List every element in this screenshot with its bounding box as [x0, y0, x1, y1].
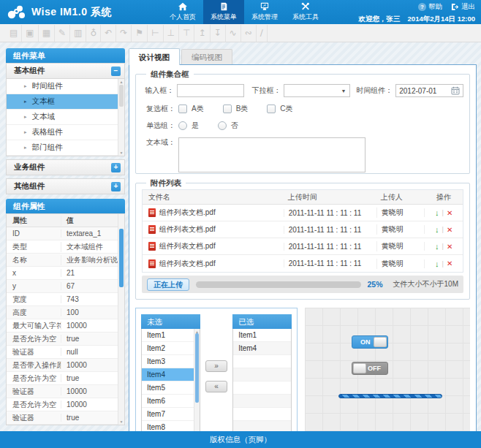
move-left-button[interactable]: « [205, 381, 227, 392]
delete-icon[interactable]: ✕ [447, 209, 452, 217]
checkbox-icon[interactable] [178, 105, 187, 113]
redo-icon[interactable]: ↷ [116, 25, 132, 42]
prop-row[interactable]: 验证器null [7, 346, 124, 359]
menu-item-textbox[interactable]: ▸ 文本框 [7, 94, 124, 110]
accordion-other-components[interactable]: 其他组件 + [6, 178, 125, 194]
props-scrollbar[interactable]: ▼ [118, 214, 124, 425]
draw-line-icon[interactable]: ∕ [257, 25, 268, 42]
publish-icon[interactable]: ♁ [86, 25, 101, 42]
list-item[interactable]: Item1 [233, 329, 291, 342]
menu-item-time-component[interactable]: ▸ 时间组件 [7, 79, 124, 94]
list-item[interactable]: Item4 [233, 342, 291, 355]
list-item[interactable]: Item2 [142, 342, 200, 355]
file-download-icon[interactable]: ↧ [211, 25, 226, 42]
delete-icon[interactable]: ✕ [447, 259, 452, 267]
scrollbar-thumb[interactable] [119, 85, 124, 107]
menu-scrollbar[interactable]: ▲ ▼ [118, 79, 124, 156]
list-item[interactable]: Item3 [142, 355, 200, 368]
calendar-icon[interactable] [451, 86, 460, 95]
prop-row[interactable]: 是否允许为空true [7, 372, 124, 385]
nav-item-home[interactable]: 个人首页 [162, 0, 203, 24]
delete-icon[interactable]: ✕ [447, 226, 452, 234]
list-item[interactable]: Item6 [142, 395, 200, 408]
checkbox-icon[interactable] [267, 105, 276, 113]
attachment-filename[interactable]: 组件列表文档.pdf [159, 259, 216, 269]
prop-row[interactable]: 是否允许为空true [7, 333, 124, 346]
scroll-down-icon[interactable]: ▼ [118, 151, 124, 155]
scroll-up-icon[interactable]: ▲ [118, 80, 124, 84]
delete-icon[interactable]: ▥ [70, 25, 86, 42]
scrollbar-thumb[interactable] [119, 229, 124, 287]
download-icon[interactable]: ↓ [435, 225, 439, 234]
flag-icon[interactable]: ⚑ [132, 25, 148, 42]
toggle-switch-on[interactable]: ON [352, 335, 388, 349]
align-bottom-icon[interactable]: ⊥ [164, 25, 179, 42]
prop-row[interactable]: 是否带入操作原因10000 [7, 359, 124, 372]
list-item[interactable]: Item1 [142, 329, 200, 342]
prop-row[interactable]: 类型文本域组件 [7, 240, 124, 254]
nav-item-system-tools[interactable]: 系统工具 [285, 0, 326, 24]
scroll-down-icon[interactable]: ▼ [118, 419, 124, 424]
download-icon[interactable]: ↓ [435, 242, 439, 251]
align-top-icon[interactable]: ⊤ [179, 25, 194, 42]
prop-row[interactable]: 最大可输入字符数10000 [7, 319, 124, 333]
logout-button[interactable]: 退出 [451, 2, 475, 12]
list-item-selected[interactable]: Item4 [142, 368, 200, 381]
uploading-button[interactable]: 正在上传 [147, 278, 189, 291]
toggle-switch-off[interactable]: OFF [352, 362, 388, 375]
menu-item-department-component[interactable]: ▸ 部门组件 [7, 140, 124, 156]
attachment-filename[interactable]: 组件列表文档.pdf [159, 241, 216, 251]
open-folder-icon[interactable]: ▣ [22, 25, 38, 42]
prop-row[interactable]: 验证器10000 [7, 385, 124, 398]
download-icon[interactable]: ↓ [435, 259, 439, 268]
edit-icon[interactable]: ✎ [55, 25, 70, 42]
textarea-field[interactable] [178, 137, 366, 172]
radio-icon[interactable] [178, 121, 187, 130]
prop-row[interactable]: y67 [7, 280, 124, 293]
checkbox-icon[interactable] [223, 105, 232, 113]
wave-icon[interactable]: ∿ [226, 25, 241, 42]
list-scrollbar[interactable]: ▲ ▼ [194, 329, 200, 438]
expand-icon[interactable]: + [111, 182, 121, 191]
attachment-filename[interactable]: 组件列表文档.pdf [159, 224, 216, 235]
checkbox-label[interactable]: B类 [236, 104, 249, 114]
radio-icon[interactable] [218, 121, 227, 130]
scrollbar-thumb[interactable] [195, 333, 199, 403]
checkbox-label[interactable]: C类 [280, 104, 292, 114]
prop-row[interactable]: 宽度743 [7, 293, 124, 306]
radio-label[interactable]: 是 [192, 121, 199, 131]
prop-row[interactable]: 高度100 [7, 306, 124, 319]
prop-row[interactable]: 是否允许为空10000 [7, 398, 124, 411]
prop-row[interactable]: x21 [7, 267, 124, 280]
attachment-filename[interactable]: 组件列表文档.pdf [159, 208, 216, 218]
toggle-knob[interactable] [353, 363, 366, 373]
menu-item-textarea[interactable]: ▸ 文本域 [7, 110, 124, 125]
date-picker[interactable]: 2012-07-01 [395, 84, 463, 97]
collapse-icon[interactable]: − [111, 67, 121, 76]
move-right-button[interactable]: » [205, 360, 227, 372]
prop-row[interactable]: 验证器true [7, 411, 124, 425]
undo-icon[interactable]: ↶ [101, 25, 116, 42]
nav-item-system-menu[interactable]: 系统菜单 [203, 0, 244, 24]
insert-icon[interactable]: ⊢ [148, 25, 163, 42]
curve-icon[interactable]: ∾ [241, 25, 257, 42]
download-icon[interactable]: ↓ [435, 208, 439, 217]
new-file-icon[interactable]: ▤ [6, 25, 22, 42]
toggle-knob[interactable] [374, 337, 387, 347]
delete-icon[interactable]: ✕ [447, 243, 452, 251]
radio-label[interactable]: 否 [231, 121, 238, 131]
list-item[interactable]: Item7 [142, 408, 200, 421]
tab-design-view[interactable]: 设计视图 [129, 48, 180, 65]
expand-icon[interactable]: + [111, 163, 121, 172]
dropdown-select[interactable]: ▼ [284, 84, 350, 97]
help-button[interactable]: ? 帮助 [418, 2, 442, 12]
save-icon[interactable]: ▦ [39, 25, 55, 42]
accordion-business-components[interactable]: 业务组件 + [6, 159, 125, 175]
file-upload-icon[interactable]: ↥ [194, 25, 210, 42]
prop-row[interactable]: IDtextarea_1 [7, 227, 124, 240]
text-input[interactable] [177, 84, 244, 97]
menu-item-table-component[interactable]: ▸ 表格组件 [7, 125, 124, 140]
tab-code-view[interactable]: 编码视图 [181, 49, 232, 65]
accordion-basic-components[interactable]: 基本组件 − [6, 63, 125, 79]
list-item[interactable]: Item5 [142, 381, 200, 395]
